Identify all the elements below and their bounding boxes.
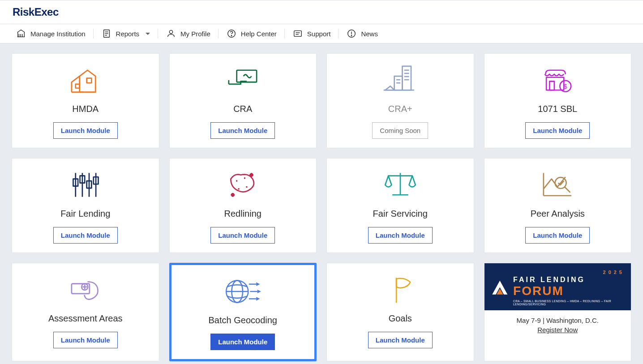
svg-marker-64 — [257, 290, 261, 293]
card-hmda: HMDA Launch Module — [12, 53, 159, 148]
cra-plus-icon — [380, 61, 420, 99]
card-goals: Goals Launch Module — [326, 263, 474, 361]
promo-date: May 7-9 | Washington, D.C. — [517, 317, 599, 324]
svg-text:$: $ — [564, 83, 567, 90]
goals-icon — [380, 270, 420, 309]
nav-support[interactable]: Support — [285, 24, 339, 43]
hmda-icon — [65, 61, 106, 99]
svg-point-4 — [169, 30, 172, 34]
svg-rect-26 — [549, 81, 554, 90]
launch-button[interactable]: Launch Module — [525, 227, 590, 244]
svg-rect-14 — [76, 84, 80, 88]
support-icon — [293, 29, 303, 39]
module-grid-wrap: HMDA Launch Module CRA Launch Module — [0, 43, 643, 364]
nav-label: Manage Institution — [30, 30, 86, 38]
module-grid: HMDA Launch Module CRA Launch Module — [12, 53, 631, 361]
redlining-icon — [223, 166, 263, 204]
promo-banner: 2025 FAIR LENDING FORUM CRA – SMALL BUSI… — [484, 263, 631, 310]
card-title: CRA — [233, 104, 252, 114]
nav-label: My Profile — [180, 30, 210, 38]
nav-my-profile[interactable]: My Profile — [158, 24, 219, 43]
promo-logo-icon — [491, 277, 509, 299]
batch-geocoding-icon — [223, 272, 263, 311]
promo-year: 2025 — [513, 270, 625, 275]
nav-reports[interactable]: Reports — [94, 24, 159, 43]
card-1071-sbl: $ 1071 SBL Launch Module — [484, 53, 632, 148]
card-title: Fair Lending — [60, 209, 110, 219]
promo-title-line1: FAIR LENDING — [513, 276, 625, 284]
nav-label: Reports — [116, 30, 140, 38]
navbar: Manage Institution Reports My Profile He… — [0, 24, 643, 43]
svg-point-39 — [246, 186, 248, 188]
sbl-icon: $ — [537, 61, 578, 99]
card-cra-plus: CRA+ Coming Soon — [326, 53, 474, 148]
card-peer-analysis: Peer Analysis Launch Module — [484, 158, 632, 253]
promo-card: 2025 FAIR LENDING FORUM CRA – SMALL BUSI… — [484, 263, 632, 361]
card-title: Goals — [389, 313, 412, 324]
launch-button[interactable]: Launch Module — [53, 122, 118, 139]
launch-button[interactable]: Launch Module — [210, 122, 275, 139]
launch-button[interactable]: Launch Module — [368, 332, 433, 348]
svg-line-53 — [565, 187, 570, 192]
nav-label: Help Center — [241, 30, 277, 38]
svg-point-37 — [236, 180, 238, 182]
news-icon — [347, 29, 356, 39]
svg-point-12 — [352, 35, 352, 36]
reports-icon — [102, 29, 111, 39]
nav-label: News — [361, 30, 378, 38]
card-title: Peer Analysis — [531, 209, 585, 219]
svg-rect-13 — [86, 78, 91, 83]
card-title: HMDA — [72, 104, 99, 114]
card-redlining: Redlining Launch Module — [169, 158, 317, 253]
fair-lending-icon — [65, 166, 106, 204]
nav-label: Support — [307, 30, 331, 38]
card-title: CRA+ — [388, 104, 412, 114]
profile-icon — [166, 29, 176, 39]
svg-rect-7 — [294, 31, 302, 37]
svg-point-38 — [244, 177, 246, 179]
institution-icon — [16, 29, 26, 39]
fair-servicing-icon — [380, 166, 420, 204]
card-title: Assessment Areas — [48, 313, 123, 324]
card-title: Batch Geocoding — [209, 315, 277, 325]
svg-marker-62 — [257, 283, 260, 286]
launch-button[interactable]: Launch Module — [525, 122, 590, 139]
nav-help-center[interactable]: Help Center — [219, 24, 285, 43]
promo-bottom: May 7-9 | Washington, D.C. Register Now — [512, 310, 603, 340]
launch-button[interactable]: Launch Module — [53, 332, 118, 348]
card-fair-servicing: Fair Servicing Launch Module — [326, 158, 474, 253]
card-fair-lending: Fair Lending Launch Module — [12, 158, 159, 253]
peer-analysis-icon — [537, 166, 578, 204]
launch-button[interactable]: Launch Module — [368, 227, 433, 244]
svg-point-6 — [231, 35, 231, 36]
coming-soon-badge: Coming Soon — [372, 122, 428, 139]
promo-subtitle: CRA – SMALL BUSINESS LENDING – HMDA – RE… — [513, 300, 625, 306]
promo-register-link[interactable]: Register Now — [517, 326, 599, 334]
card-title: 1071 SBL — [538, 104, 577, 114]
assessment-areas-icon — [65, 270, 106, 309]
card-batch-geocoding: Batch Geocoding Launch Module — [169, 263, 317, 361]
card-title: Redlining — [224, 209, 261, 219]
card-cra: CRA Launch Module — [169, 53, 317, 148]
svg-marker-66 — [257, 297, 260, 300]
help-icon — [227, 29, 236, 39]
nav-manage-institution[interactable]: Manage Institution — [8, 24, 94, 43]
nav-news[interactable]: News — [339, 24, 386, 43]
cra-icon — [223, 61, 263, 99]
topbar: RiskExec — [0, 0, 643, 24]
launch-button[interactable]: Launch Module — [53, 227, 118, 244]
card-title: Fair Servicing — [373, 209, 428, 219]
card-assessment-areas: Assessment Areas Launch Module — [12, 263, 159, 361]
chevron-down-icon — [146, 33, 150, 35]
launch-button[interactable]: Launch Module — [210, 334, 275, 350]
svg-point-40 — [238, 188, 240, 190]
promo-text: 2025 FAIR LENDING FORUM CRA – SMALL BUSI… — [513, 270, 625, 306]
promo-title-forum: FORUM — [513, 285, 625, 297]
launch-button[interactable]: Launch Module — [210, 227, 275, 244]
svg-rect-15 — [237, 70, 257, 82]
brand-logo: RiskExec — [13, 6, 630, 18]
